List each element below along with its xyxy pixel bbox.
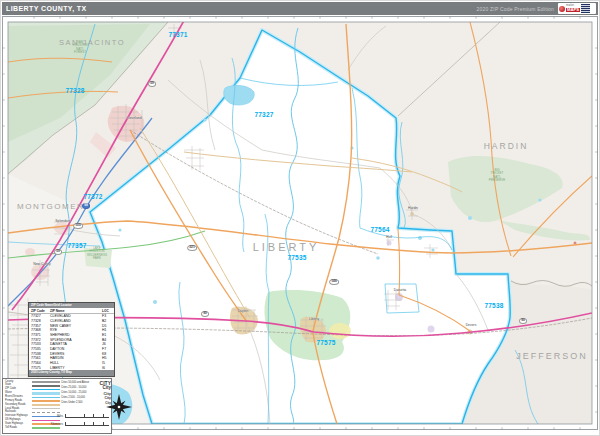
col-zip-code: ZIP Code	[31, 309, 50, 313]
legend-city-item: Cities Under 2,500City	[61, 401, 111, 406]
locator-footer: 2020 Liberty County, TX Map	[29, 370, 114, 375]
zip-locator-table: ZIP Code Name/Grid Locator ZIP Code ZIP …	[28, 302, 115, 377]
logo-brand-main: MAPS	[566, 8, 580, 12]
title-bar: LIBERTY COUNTY, TX 2020 ZIP Code Premium…	[2, 2, 598, 15]
scale-bar-kilometers: Kilometers	[49, 422, 109, 426]
map-product-page: LIBERTY COUNTY, TX 2020 ZIP Code Premium…	[0, 0, 600, 436]
scale-bar-miles: Miles	[49, 414, 109, 418]
legend-item: Toll Roads	[5, 426, 60, 430]
legend-city-items: Cities 50,000 and AboveCITYCities 25,000…	[61, 381, 111, 406]
col-loc: LOC	[102, 309, 112, 313]
miles-scale	[65, 414, 109, 418]
globe-icon	[559, 6, 565, 12]
publisher-logo: market MAPS	[558, 3, 596, 14]
col-zip-name: ZIP Name	[50, 309, 102, 313]
compass-rose-icon	[106, 394, 132, 420]
locator-rows: 77327CLEVELANDF377328CLEVELANDB277357NEW…	[29, 314, 114, 370]
kilometers-scale	[65, 422, 109, 426]
logo-side-block	[581, 4, 590, 13]
map-legend: CountyStateZIP CodeWaterRivers/StreamsPr…	[2, 378, 112, 434]
page-title: LIBERTY COUNTY, TX	[6, 5, 87, 12]
edition-label: 2020 ZIP Code Premium Edition	[477, 6, 558, 12]
